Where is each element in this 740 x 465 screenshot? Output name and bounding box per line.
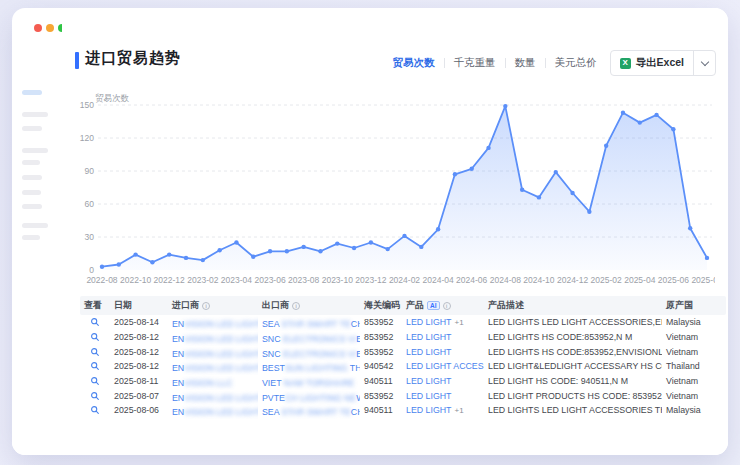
more-products-badge[interactable]: +1 (454, 406, 463, 415)
svg-text:60: 60 (85, 199, 95, 209)
sidebar-item-8[interactable] (22, 223, 48, 228)
table-row-6[interactable]: 2025-08-06ENVISION LED LIGHTING L...SEA … (80, 403, 726, 418)
hs-code-cell: 853952 (360, 347, 402, 357)
product-tag-link[interactable]: LED LIGHT (406, 332, 451, 342)
column-label: 查看 (84, 299, 102, 312)
date-cell: 2025-08-07 (110, 391, 168, 401)
description-cell: LED LIGHTS HS CODE:853952,ENVISIONLED (484, 347, 662, 357)
importer-link[interactable]: ENVISION LED LIGHTING L... (172, 334, 258, 344)
svg-text:2023-08: 2023-08 (288, 275, 319, 285)
sidebar-item-7[interactable] (22, 204, 42, 209)
redacted-text: VISION LED LIGHTI (184, 393, 258, 403)
close-window-button[interactable] (34, 24, 42, 32)
column-header-0: 查看 (80, 299, 110, 312)
importer-cell: ENVISION LED LIGHTING L... (168, 401, 258, 419)
redacted-text: VISION LED LIGHTI (184, 349, 258, 359)
svg-text:2024-10: 2024-10 (523, 275, 554, 285)
sidebar-item-3[interactable] (22, 148, 48, 153)
export-excel-button[interactable]: X 导出Excel (611, 51, 693, 75)
tab-metric-0[interactable]: 贸易次数 (393, 56, 435, 70)
view-detail-button[interactable] (80, 391, 110, 401)
view-detail-button[interactable] (80, 376, 110, 386)
svg-text:2024-06: 2024-06 (456, 275, 487, 285)
description-cell: LED LIGHTS HS CODE:853952,N M (484, 332, 662, 342)
svg-text:2024-04: 2024-04 (423, 275, 454, 285)
exporter-link[interactable]: SEA STAR SMART TECH ... (262, 407, 360, 417)
product-tag-link[interactable]: LED LIGHT (406, 391, 451, 401)
importer-link[interactable]: ENVISION LED LIGHTING L... (172, 363, 258, 373)
export-options-button[interactable] (693, 51, 715, 75)
visible-prefix: EN (172, 407, 184, 417)
app-window: 进口贸易趋势 贸易次数千克重量数量美元总价 X 导出Excel 03060901… (12, 8, 728, 455)
ai-badge: AI (427, 301, 440, 310)
sidebar-item-2[interactable] (22, 126, 42, 131)
tab-metric-2[interactable]: 数量 (515, 56, 536, 70)
svg-text:2024-08: 2024-08 (490, 275, 521, 285)
column-header-6: 产品描述 (484, 299, 662, 312)
redacted-text: STAR SMART TE (282, 407, 351, 417)
sidebar-item-6[interactable] (22, 190, 41, 195)
trade-table: 查看日期进口商i出口商i海关编码产品AIi产品描述原产国 2025-08-14E… (80, 296, 726, 418)
redacted-text: ELECTRONICS VI (283, 334, 356, 344)
tab-metric-3[interactable]: 美元总价 (555, 56, 597, 70)
view-detail-button[interactable] (80, 347, 110, 357)
export-button-group: X 导出Excel (610, 50, 716, 76)
sidebar-item-1[interactable] (22, 112, 48, 117)
product-tag-link[interactable]: LED LIGHT (406, 405, 451, 415)
header-toolbar: 贸易次数千克重量数量美元总价 X 导出Excel (393, 50, 716, 76)
metric-tabs: 贸易次数千克重量数量美元总价 (393, 56, 597, 70)
description-cell: LED LIGHTS LED LIGHT ACCESSORIES THIS SH… (484, 405, 662, 415)
svg-text:150: 150 (80, 100, 94, 110)
column-label: 原产国 (666, 299, 693, 312)
svg-text:90: 90 (85, 166, 95, 176)
date-cell: 2025-08-12 (110, 361, 168, 371)
minimize-window-button[interactable] (46, 24, 54, 32)
product-tag-link[interactable]: LED LIGHT (406, 347, 451, 357)
svg-text:2024-02: 2024-02 (389, 275, 420, 285)
date-cell: 2025-08-11 (110, 376, 168, 386)
product-tag-link[interactable]: LED LIGHT ACCESSORY (406, 361, 484, 371)
importer-link[interactable]: ENVISION LED LIGHTING L... (172, 349, 258, 359)
date-cell: 2025-08-12 (110, 332, 168, 342)
sidebar-item-9[interactable] (22, 235, 40, 240)
main-content: 进口贸易趋势 贸易次数千克重量数量美元总价 X 导出Excel 03060901… (62, 8, 728, 455)
info-icon[interactable]: i (443, 302, 451, 310)
date-cell: 2025-08-06 (110, 405, 168, 415)
product-cell: LED LIGHT (402, 376, 484, 386)
redacted-text: VISION LED LIGHTI (184, 334, 258, 344)
product-tag-link[interactable]: LED LIGHT (406, 317, 451, 327)
excel-icon: X (620, 58, 631, 69)
visible-prefix: SEA (262, 407, 282, 417)
sidebar-item-0[interactable] (22, 90, 42, 95)
more-products-badge[interactable]: +1 (454, 318, 463, 327)
svg-text:2025-04: 2025-04 (624, 275, 655, 285)
product-cell: LED LIGHT+1 (402, 317, 484, 327)
product-tag-link[interactable]: LED LIGHT (406, 376, 451, 386)
view-detail-button[interactable] (80, 405, 110, 415)
info-icon[interactable]: i (202, 302, 210, 310)
description-cell: LED LIGHTS LED LIGHT ACCESSORIES,ENVISIO… (484, 317, 662, 327)
tab-metric-1[interactable]: 千克重量 (454, 56, 496, 70)
magnifier-icon (90, 361, 100, 371)
view-detail-button[interactable] (80, 332, 110, 342)
column-label: 海关编码 (364, 299, 400, 312)
column-header-7: 原产国 (662, 299, 726, 312)
product-cell: LED LIGHT ACCESSORY (402, 361, 484, 371)
column-header-5: 产品AIi (402, 299, 484, 312)
importer-link[interactable]: ENVISION LED LIGHTING L... (172, 393, 258, 403)
svg-text:2023-10: 2023-10 (322, 275, 353, 285)
importer-link[interactable]: ENVISION LED LIGHTING L... (172, 407, 258, 417)
info-icon[interactable]: i (292, 302, 300, 310)
svg-text:2023-02: 2023-02 (187, 275, 218, 285)
origin-country-cell: Malaysia (662, 317, 726, 327)
sidebar-item-4[interactable] (22, 160, 40, 165)
importer-link[interactable]: ENVISION LED LIGHTING L... (172, 319, 258, 329)
visible-suffix: CH ... (351, 407, 360, 417)
sidebar-item-5[interactable] (22, 175, 42, 180)
origin-country-cell: Vietnam (662, 391, 726, 401)
redacted-text: SUN LIGHTING (285, 363, 350, 373)
product-cell: LED LIGHT (402, 347, 484, 357)
redacted-text: VISION LED LIGHTI (184, 319, 258, 329)
view-detail-button[interactable] (80, 361, 110, 371)
view-detail-button[interactable] (80, 317, 110, 327)
